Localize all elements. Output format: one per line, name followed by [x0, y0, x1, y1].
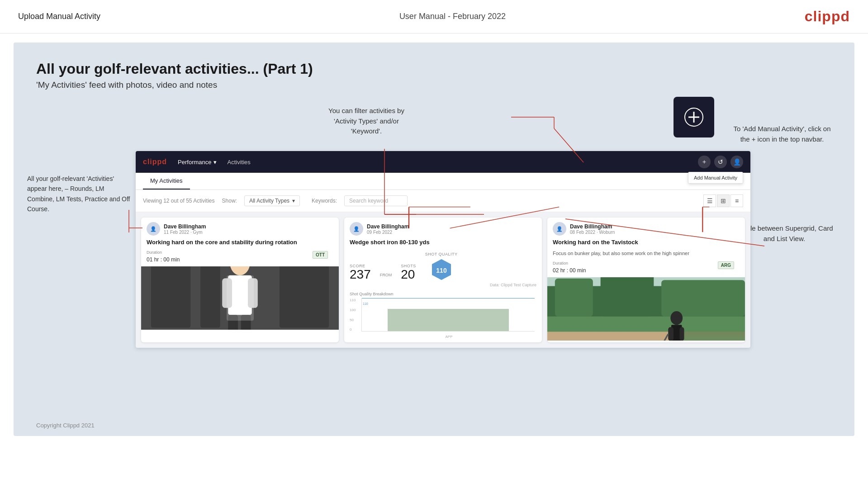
show-label: Show:: [222, 198, 237, 204]
my-activities-tab[interactable]: My Activities: [143, 173, 190, 190]
card-duration-label-1: Duration: [141, 250, 339, 256]
chart-container: 110 100 50 0 110: [350, 298, 536, 339]
svg-rect-4: [151, 266, 190, 328]
shot-quality-stat: Shot Quality 110: [425, 252, 458, 281]
headline-title: All your golf-relevant activities... (Pa…: [36, 61, 832, 77]
dropdown-chevron-icon: ▾: [292, 198, 295, 204]
svg-text:110: 110: [436, 267, 447, 274]
search-placeholder: Search keyword: [349, 198, 388, 204]
score-stat: Score 237: [350, 264, 371, 281]
svg-rect-9: [222, 278, 232, 308]
nav-item-activities[interactable]: Activities: [228, 159, 251, 166]
activity-card-wedge: 👤 Dave Billingham 09 Feb 2022 Wedge shor…: [344, 218, 542, 342]
card-username-2: Dave Billingham: [367, 223, 409, 230]
avatar-2: 👤: [350, 222, 363, 236]
score-value: 237: [350, 268, 371, 281]
app-mockup: clippd Performance ▾ Activities ＋ ↺ 👤 Ad…: [136, 151, 750, 348]
headline-subtitle: 'My Activities' feed with photos, video …: [36, 80, 832, 90]
shots-from: FROM: [380, 273, 392, 279]
svg-rect-25: [668, 327, 674, 341]
chart-value-110: 110: [362, 302, 368, 305]
app-filter-row: Viewing 12 out of 55 Activities Show: Al…: [136, 190, 750, 212]
app-navbar: clippd Performance ▾ Activities ＋ ↺ 👤 Ad…: [136, 151, 750, 173]
shot-quality-label: Shot Quality: [425, 252, 458, 256]
app-navbar-right: ＋ ↺ 👤 Add Manual Activity: [698, 156, 743, 168]
card-focus-text-3: Focus on bunker play, but also some work…: [547, 250, 745, 261]
card-image-1: [141, 266, 339, 330]
svg-rect-8: [228, 275, 251, 315]
card-date-2: 09 Feb 2022: [367, 230, 409, 235]
chart-title: Shot Quality Breakdown: [350, 292, 536, 296]
card-title-1: Working hard on the core and stability d…: [141, 238, 339, 250]
card-date-3: 08 Feb 2022 · Woburn: [570, 230, 615, 235]
y-label-50: 50: [350, 318, 360, 322]
app-logo: clippd: [143, 158, 167, 166]
y-label-100: 100: [350, 308, 360, 312]
grid-view-button[interactable]: ⊞: [717, 194, 730, 207]
list-view-button[interactable]: ☰: [703, 194, 716, 207]
svg-point-23: [670, 311, 683, 325]
compact-view-button[interactable]: ≡: [730, 194, 743, 207]
svg-rect-22: [547, 316, 745, 332]
left-annotation: All your golf-relevant 'Activities' appe…: [27, 174, 131, 214]
plus-icon: [683, 106, 705, 128]
svg-rect-11: [228, 315, 238, 330]
card-stats-2: Score 237 FROM Shots 20 Shot Quality: [344, 250, 542, 281]
y-label-110: 110: [350, 298, 360, 302]
shots-stat: Shots 20: [401, 264, 416, 281]
app-navbar-left: clippd Performance ▾ Activities: [143, 158, 251, 166]
top-bar: Upload Manual Activity User Manual - Feb…: [0, 0, 868, 33]
card-title-2: Wedge short iron 80-130 yds: [344, 238, 542, 250]
activity-types-dropdown[interactable]: All Activity Types ▾: [244, 195, 300, 206]
add-manual-callout: To 'Add Manual Activity', click on the +…: [732, 124, 832, 144]
card-image-3: [547, 277, 745, 341]
chart-value-line: 110: [362, 298, 535, 307]
avatar-3: 👤: [553, 222, 566, 236]
upload-manual-activity-label: Upload Manual Activity: [18, 12, 100, 21]
card-badge-3: ARG: [718, 261, 734, 269]
data-capture-label: Data: Clippd Test Capture: [344, 283, 542, 289]
cards-row: 👤 Dave Billingham 11 Feb 2022 · Gym Work…: [136, 212, 750, 348]
refresh-button[interactable]: ↺: [714, 156, 727, 168]
add-manual-icon-box[interactable]: [674, 97, 714, 137]
headline-section: All your golf-relevant activities... (Pa…: [36, 61, 832, 90]
profile-button[interactable]: 👤: [730, 156, 743, 168]
add-button[interactable]: ＋: [698, 156, 711, 168]
card-duration-label-3: Duration: [547, 261, 745, 267]
document-title: User Manual - February 2022: [399, 12, 506, 21]
svg-rect-18: [601, 277, 654, 317]
gym-image: [141, 266, 339, 330]
card-user-info-1: Dave Billingham 11 Feb 2022 · Gym: [164, 223, 206, 235]
svg-rect-17: [555, 278, 593, 316]
keyword-search-input[interactable]: Search keyword: [344, 195, 408, 206]
svg-rect-19: [661, 280, 745, 317]
activity-card-tavistock: 👤 Dave Billingham 08 Feb 2022 · Woburn W…: [547, 218, 745, 342]
card-username-3: Dave Billingham: [570, 223, 615, 230]
card-header-3: 👤 Dave Billingham 08 Feb 2022 · Woburn: [547, 218, 745, 238]
filter-callout: You can filter activities by 'Activity T…: [321, 106, 412, 137]
chart-bar: [388, 309, 508, 332]
shots-value: 20: [401, 268, 416, 281]
activity-types-value: All Activity Types: [249, 198, 289, 204]
shot-quality-hex: 110: [430, 258, 453, 281]
chart-section: Shot Quality Breakdown 110 100 50 0: [344, 289, 542, 342]
card-username-1: Dave Billingham: [164, 223, 206, 230]
card-user-info-2: Dave Billingham 09 Feb 2022: [367, 223, 409, 235]
x-label: APP: [361, 335, 536, 339]
copyright: Copyright Clippd 2021: [36, 422, 95, 429]
nav-item-performance[interactable]: Performance ▾: [178, 159, 216, 166]
card-duration-val-1: 01 hr : 00 min: [147, 256, 180, 263]
chevron-down-icon: ▾: [213, 159, 217, 166]
main-content: All your golf-relevant activities... (Pa…: [14, 43, 854, 436]
card-badge-1: OTT: [313, 251, 328, 259]
svg-rect-26: [679, 327, 684, 341]
keywords-label: Keywords:: [312, 198, 337, 204]
card-date-1: 11 Feb 2022 · Gym: [164, 230, 206, 235]
y-label-0: 0: [350, 327, 360, 332]
view-toggles: ☰ ⊞ ≡: [703, 194, 743, 207]
card-user-info-3: Dave Billingham 08 Feb 2022 · Woburn: [570, 223, 615, 235]
card-title-3: Working hard on the Tavistock: [547, 238, 745, 250]
card-duration-val-3: 02 hr : 00 min: [553, 267, 586, 274]
viewing-text: Viewing 12 out of 55 Activities: [143, 198, 215, 204]
chart-bars-area: 110: [361, 298, 535, 332]
